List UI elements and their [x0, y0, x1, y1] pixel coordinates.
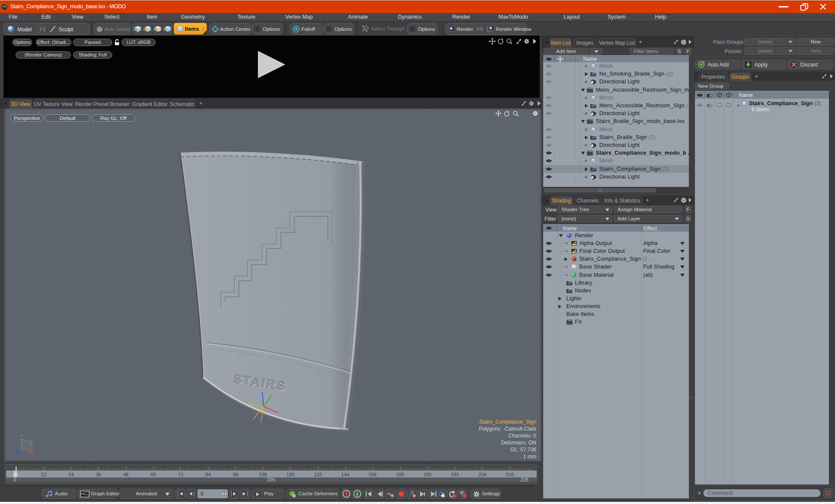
svg-text:X: X [33, 449, 36, 454]
svg-text:Y: Y [20, 434, 23, 439]
svg-text:Z: Z [14, 452, 17, 457]
